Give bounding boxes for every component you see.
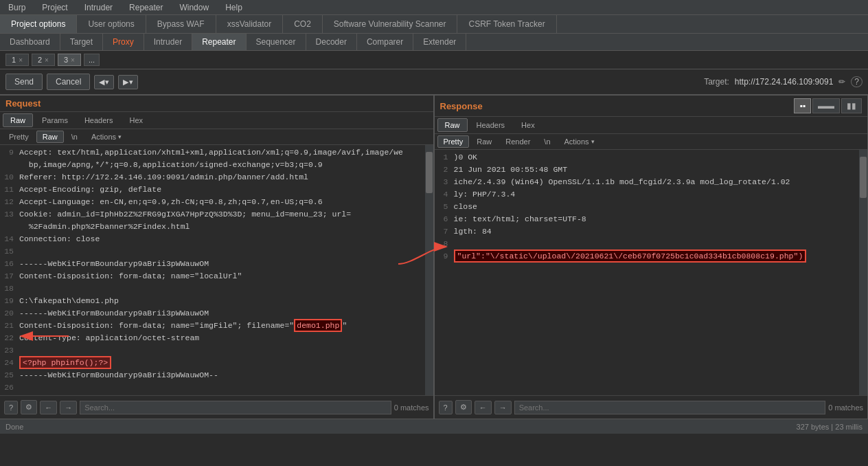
tab-dashboard[interactable]: Dashboard (0, 34, 60, 50)
line-content: Accept-Encoding: gzip, deflate (19, 184, 425, 196)
line-number: 4 (435, 188, 454, 201)
response-search-input[interactable] (514, 401, 826, 414)
tab-csrf-token-tracker[interactable]: CSRF Token Tracker (457, 15, 556, 33)
menu-project[interactable]: Project (39, 1, 70, 14)
menu-help[interactable]: Help (222, 1, 245, 14)
request-nav-prev-icon[interactable]: ← (40, 401, 57, 414)
nav-prev-group[interactable]: ◀ ▾ (94, 75, 114, 89)
table-row: 22Content-Type: application/octet-stream (0, 332, 425, 344)
table-row: 4ly: PHP/7.3.4 (435, 188, 860, 201)
request-settings-icon[interactable]: ⚙ (21, 400, 37, 414)
tab-project-options[interactable]: Project options (0, 15, 77, 33)
line-number: 3 (435, 176, 454, 188)
response-render-btn[interactable]: Render (499, 135, 536, 148)
tab-co2[interactable]: CO2 (283, 15, 323, 33)
request-nav-next-icon[interactable]: → (60, 401, 77, 414)
nav-next-icon: ▶ (123, 78, 128, 87)
menu-intruder[interactable]: Intruder (82, 1, 115, 14)
response-help-icon[interactable]: ? (439, 401, 453, 414)
menu-repeater[interactable]: Repeater (126, 1, 165, 14)
request-pretty-btn[interactable]: Pretty (3, 131, 35, 143)
edit-icon[interactable]: ✏ (838, 77, 845, 87)
request-actions-btn[interactable]: Actions ▾ (85, 131, 128, 143)
response-tab-headers[interactable]: Headers (469, 118, 513, 132)
tab-user-options[interactable]: User options (77, 15, 146, 33)
table-row: 13Cookie: admin_id=IphHb2Z%2FRG9gIXGA7Hp… (0, 208, 425, 221)
tab-software-vuln-scanner[interactable]: Software Vulnerability Scanner (323, 15, 458, 33)
menu-window[interactable]: Window (176, 1, 212, 14)
tab-extender[interactable]: Extender (413, 34, 466, 50)
request-content[interactable]: 9Accept: text/html,application/xhtml+xml… (0, 145, 425, 395)
tab-comparer[interactable]: Comparer (357, 34, 413, 50)
view-toggle-horizontal[interactable]: ▬▬ (812, 98, 840, 113)
response-raw-btn[interactable]: Raw (470, 135, 498, 148)
tab-bypass-waf[interactable]: Bypass WAF (146, 15, 216, 33)
tab-sequencer[interactable]: Sequencer (247, 34, 306, 50)
line-content: Accept-Language: en-CN,en;q=0.9,zh-CN;q=… (19, 196, 425, 208)
nav-prev-icon: ◀ (99, 78, 104, 87)
repeater-tab-3-close[interactable]: × (71, 56, 75, 64)
nav-next-group[interactable]: ▶ ▾ (118, 75, 138, 89)
line-content: ------WebKitFormBoundaryp9aBrii3pWWauwOM… (19, 369, 425, 381)
line-content: lgth: 84 (454, 225, 860, 238)
response-tab-raw[interactable]: Raw (437, 118, 468, 132)
request-tab-hex[interactable]: Hex (122, 113, 151, 127)
request-scrollbar-thumb[interactable] (426, 152, 433, 193)
help-icon[interactable]: ? (851, 76, 863, 87)
request-ln-btn[interactable]: \n (65, 131, 84, 143)
tab-intruder[interactable]: Intruder (144, 34, 192, 50)
tab-decoder[interactable]: Decoder (306, 34, 357, 50)
line-content: ly: PHP/7.3.4 (454, 188, 860, 201)
response-scrollbar-thumb[interactable] (860, 157, 867, 198)
repeater-tab-2[interactable]: 2 × (32, 54, 55, 66)
view-toggle-split[interactable]: ▪▪ (794, 98, 811, 113)
repeater-tab-1-close[interactable]: × (19, 56, 23, 64)
line-content: ie: text/html; charset=UTF-8 (454, 213, 860, 225)
cancel-button[interactable]: Cancel (47, 74, 90, 90)
repeater-tab-3[interactable]: 3 × (58, 54, 81, 66)
line-number: 21 (0, 320, 19, 332)
response-bottom-bar: ? ⚙ ← → 0 matches (435, 395, 868, 419)
tab-xss-validator[interactable]: xssValidator (216, 15, 283, 33)
line-content: ------WebKitFormBoundaryp9aBrii3pWWauwOM (19, 258, 425, 270)
request-panel-toolbar: Pretty Raw \n Actions ▾ (0, 129, 433, 145)
target-info: Target: http://172.24.146.109:9091 ✏ ? (704, 76, 863, 87)
response-nav-prev-icon[interactable]: ← (475, 401, 492, 414)
request-tab-params[interactable]: Params (34, 113, 76, 127)
request-search-input[interactable] (80, 401, 391, 414)
send-button[interactable]: Send (5, 74, 43, 90)
request-scrollbar[interactable] (425, 145, 433, 395)
view-toggle-vertical[interactable]: ▮▮ (841, 98, 862, 113)
request-raw-btn[interactable]: Raw (36, 131, 64, 143)
repeater-tab-2-close[interactable]: × (45, 56, 49, 64)
line-number: 26 (0, 381, 19, 394)
nav-prev-dropdown-icon[interactable]: ▾ (105, 78, 109, 87)
response-settings-icon[interactable]: ⚙ (455, 400, 472, 414)
line-number: 22 (0, 332, 19, 344)
response-pretty-btn[interactable]: Pretty (437, 135, 470, 148)
request-tab-headers[interactable]: Headers (77, 113, 121, 127)
tab-repeater[interactable]: Repeater (192, 34, 246, 50)
table-row: 221 Jun 2021 00:55:48 GMT (435, 164, 860, 176)
line-number: 24 (0, 357, 19, 369)
response-nav-next-icon[interactable]: → (494, 401, 512, 414)
table-row: 7lgth: 84 (435, 225, 860, 238)
response-panel: Response ▪▪ ▬▬ ▮▮ Raw Headers Hex Pretty… (435, 96, 869, 419)
response-content[interactable]: 1)0 OK221 Jun 2021 00:55:48 GMT3iche/2.4… (435, 150, 860, 395)
line-content (454, 238, 860, 250)
response-ln-btn[interactable]: \n (538, 135, 556, 148)
repeater-tab-more[interactable]: ... (84, 54, 100, 66)
menu-burp[interactable]: Burp (5, 1, 28, 14)
response-tab-hex[interactable]: Hex (514, 118, 542, 132)
request-tab-raw[interactable]: Raw (3, 113, 33, 127)
nav-next-dropdown-icon[interactable]: ▾ (129, 78, 133, 87)
extension-tab-bar: Project options User options Bypass WAF … (0, 15, 868, 34)
table-row: 17Content-Disposition: form-data; name="… (0, 270, 425, 282)
tab-proxy[interactable]: Proxy (103, 34, 144, 50)
table-row: 16------WebKitFormBoundaryp9aBrii3pWWauw… (0, 258, 425, 270)
response-scrollbar[interactable] (859, 150, 867, 395)
response-actions-btn[interactable]: Actions ▾ (558, 135, 601, 148)
repeater-tab-1[interactable]: 1 × (5, 54, 29, 66)
tab-target[interactable]: Target (60, 34, 103, 50)
request-help-icon[interactable]: ? (4, 401, 18, 414)
